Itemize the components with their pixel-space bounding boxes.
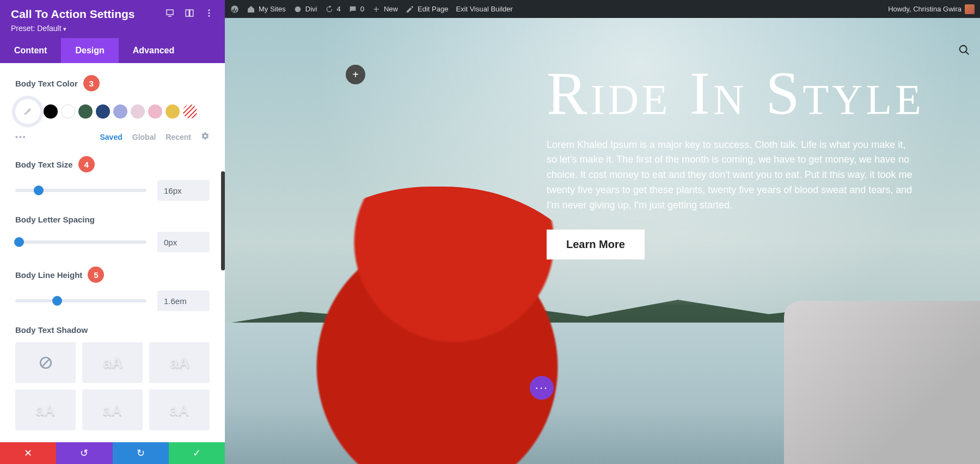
main-area: My Sites Divi 4 0 New Edit Page Exit Vis…	[225, 0, 980, 464]
ab-updates[interactable]: 4	[325, 5, 341, 14]
svg-point-8	[295, 6, 301, 12]
text-size-input[interactable]: 16px	[157, 180, 210, 201]
ab-howdy[interactable]: Howdy, Christina Gwira	[888, 4, 975, 14]
shadow-preset-5[interactable]: aA	[149, 389, 210, 430]
label-line-height: Body Line Height 5	[15, 267, 210, 283]
ab-edit-page[interactable]: Edit Page	[406, 5, 448, 14]
shadow-none[interactable]	[15, 342, 76, 383]
shadow-preset-4[interactable]: aA	[82, 389, 143, 430]
panel-body: Body Text Color 3 ••• Saved Global Recen…	[0, 63, 225, 442]
svg-rect-0	[186, 10, 189, 16]
label-text-shadow: Body Text Shadow	[15, 325, 210, 335]
responsive-icon[interactable]	[165, 8, 175, 20]
swatch-periwinkle[interactable]	[113, 104, 127, 119]
shadow-preset-3[interactable]: aA	[15, 389, 76, 430]
swatch-white[interactable]	[61, 104, 75, 119]
svg-point-3	[209, 13, 210, 14]
swatch-eyedropper[interactable]	[15, 99, 40, 124]
wp-logo-icon[interactable]	[230, 5, 239, 14]
settings-panel: Call To Action Settings Preset: Default …	[0, 0, 225, 464]
label-letter-spacing: Body Letter Spacing	[15, 215, 210, 224]
tabs: Content Design Advanced	[0, 38, 225, 63]
tab-advanced[interactable]: Advanced	[119, 38, 188, 63]
ab-comments[interactable]: 0	[348, 5, 364, 14]
preset-dropdown[interactable]: Preset: Default	[11, 24, 214, 33]
swatch-green[interactable]	[78, 104, 93, 119]
more-swatches-icon[interactable]: •••	[15, 133, 25, 141]
slider-text-size[interactable]	[15, 189, 146, 192]
swatch-rose[interactable]	[148, 104, 162, 119]
text-shadow-options: aA aA aA aA aA	[15, 342, 210, 430]
cancel-button[interactable]: ✕	[0, 442, 56, 464]
slider-line-height[interactable]	[15, 299, 146, 302]
annotation-badge-4: 4	[78, 156, 95, 172]
undo-button[interactable]: ↺	[56, 442, 112, 464]
ab-exit-vb[interactable]: Exit Visual Builder	[456, 5, 513, 13]
svg-point-2	[209, 9, 210, 11]
swatch-navy[interactable]	[96, 104, 110, 119]
annotation-badge-3: 3	[83, 75, 100, 91]
color-tab-recent[interactable]: Recent	[166, 133, 191, 141]
tab-design[interactable]: Design	[61, 38, 118, 63]
panel-footer: ✕ ↺ ↻ ✓	[0, 442, 225, 464]
line-height-input[interactable]: 1.6em	[157, 290, 210, 311]
redo-button[interactable]: ↻	[113, 442, 169, 464]
save-button[interactable]: ✓	[169, 442, 225, 464]
ab-new[interactable]: New	[372, 5, 398, 14]
svg-rect-1	[190, 10, 193, 16]
svg-point-4	[209, 15, 210, 17]
add-section-button[interactable]: +	[346, 65, 365, 84]
panel-title: Call To Action Settings	[11, 8, 135, 21]
color-swatches	[15, 99, 210, 124]
slider-letter-spacing[interactable]	[15, 240, 146, 244]
color-settings-gear-icon[interactable]	[201, 132, 210, 142]
annotation-badge-5: 5	[88, 267, 104, 283]
cta-heading: Ride In Style	[547, 61, 928, 126]
builder-menu-button[interactable]: ···	[530, 376, 554, 400]
ab-my-sites[interactable]: My Sites	[247, 5, 286, 14]
more-icon[interactable]	[204, 8, 214, 20]
cta-button[interactable]: Learn More	[547, 230, 645, 259]
color-tab-global[interactable]: Global	[132, 133, 156, 141]
page-preview: + Ride In Style Lorem Khaled Ipsum is a …	[225, 18, 980, 464]
wp-admin-bar: My Sites Divi 4 0 New Edit Page Exit Vis…	[225, 0, 980, 18]
tab-content[interactable]: Content	[0, 38, 61, 63]
swatch-gold[interactable]	[166, 104, 180, 119]
letter-spacing-input[interactable]: 0px	[157, 232, 210, 252]
swatch-transparent[interactable]	[183, 104, 197, 119]
split-view-icon[interactable]	[185, 8, 194, 20]
swatch-black[interactable]	[44, 104, 58, 119]
swatch-pink[interactable]	[131, 104, 145, 119]
label-body-text-color: Body Text Color 3	[15, 75, 210, 91]
panel-scrollbar[interactable]	[221, 171, 225, 270]
svg-line-6	[41, 358, 50, 367]
shadow-preset-2[interactable]: aA	[149, 342, 210, 383]
avatar	[965, 4, 975, 14]
label-body-text-size: Body Text Size 4	[15, 156, 210, 172]
color-tab-saved[interactable]: Saved	[100, 133, 122, 141]
panel-header: Call To Action Settings Preset: Default	[0, 0, 225, 38]
cta-module[interactable]: Ride In Style Lorem Khaled Ipsum is a ma…	[547, 61, 928, 259]
search-icon[interactable]	[958, 44, 970, 58]
cta-body: Lorem Khaled Ipsum is a major key to suc…	[547, 138, 917, 213]
ab-divi[interactable]: Divi	[293, 5, 317, 14]
shadow-preset-1[interactable]: aA	[82, 342, 143, 383]
